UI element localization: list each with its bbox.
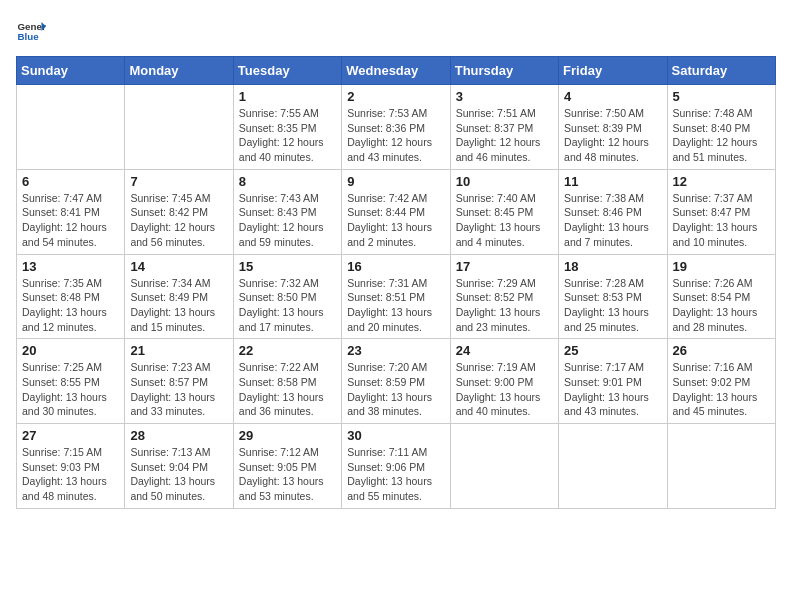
- weekday-header: Wednesday: [342, 57, 450, 85]
- day-number: 25: [564, 343, 661, 358]
- calendar-cell: 28Sunrise: 7:13 AM Sunset: 9:04 PM Dayli…: [125, 424, 233, 509]
- day-number: 20: [22, 343, 119, 358]
- calendar-week-row: 13Sunrise: 7:35 AM Sunset: 8:48 PM Dayli…: [17, 254, 776, 339]
- calendar-cell: 27Sunrise: 7:15 AM Sunset: 9:03 PM Dayli…: [17, 424, 125, 509]
- calendar-cell: 15Sunrise: 7:32 AM Sunset: 8:50 PM Dayli…: [233, 254, 341, 339]
- day-info: Sunrise: 7:22 AM Sunset: 8:58 PM Dayligh…: [239, 360, 336, 419]
- day-number: 2: [347, 89, 444, 104]
- day-info: Sunrise: 7:25 AM Sunset: 8:55 PM Dayligh…: [22, 360, 119, 419]
- calendar-cell: 16Sunrise: 7:31 AM Sunset: 8:51 PM Dayli…: [342, 254, 450, 339]
- calendar-cell: 26Sunrise: 7:16 AM Sunset: 9:02 PM Dayli…: [667, 339, 775, 424]
- calendar-cell: 29Sunrise: 7:12 AM Sunset: 9:05 PM Dayli…: [233, 424, 341, 509]
- calendar-week-row: 20Sunrise: 7:25 AM Sunset: 8:55 PM Dayli…: [17, 339, 776, 424]
- day-number: 23: [347, 343, 444, 358]
- day-info: Sunrise: 7:53 AM Sunset: 8:36 PM Dayligh…: [347, 106, 444, 165]
- day-info: Sunrise: 7:26 AM Sunset: 8:54 PM Dayligh…: [673, 276, 770, 335]
- day-number: 27: [22, 428, 119, 443]
- weekday-header: Tuesday: [233, 57, 341, 85]
- day-info: Sunrise: 7:23 AM Sunset: 8:57 PM Dayligh…: [130, 360, 227, 419]
- day-number: 30: [347, 428, 444, 443]
- calendar-cell: 22Sunrise: 7:22 AM Sunset: 8:58 PM Dayli…: [233, 339, 341, 424]
- day-number: 10: [456, 174, 553, 189]
- day-info: Sunrise: 7:28 AM Sunset: 8:53 PM Dayligh…: [564, 276, 661, 335]
- calendar-week-row: 1Sunrise: 7:55 AM Sunset: 8:35 PM Daylig…: [17, 85, 776, 170]
- calendar-cell: 5Sunrise: 7:48 AM Sunset: 8:40 PM Daylig…: [667, 85, 775, 170]
- day-number: 18: [564, 259, 661, 274]
- day-info: Sunrise: 7:47 AM Sunset: 8:41 PM Dayligh…: [22, 191, 119, 250]
- calendar-cell: 18Sunrise: 7:28 AM Sunset: 8:53 PM Dayli…: [559, 254, 667, 339]
- calendar-cell: 8Sunrise: 7:43 AM Sunset: 8:43 PM Daylig…: [233, 169, 341, 254]
- calendar-cell: 21Sunrise: 7:23 AM Sunset: 8:57 PM Dayli…: [125, 339, 233, 424]
- logo-icon: General Blue: [16, 16, 46, 46]
- day-info: Sunrise: 7:20 AM Sunset: 8:59 PM Dayligh…: [347, 360, 444, 419]
- calendar-cell: 20Sunrise: 7:25 AM Sunset: 8:55 PM Dayli…: [17, 339, 125, 424]
- day-number: 13: [22, 259, 119, 274]
- weekday-header: Saturday: [667, 57, 775, 85]
- day-info: Sunrise: 7:40 AM Sunset: 8:45 PM Dayligh…: [456, 191, 553, 250]
- day-info: Sunrise: 7:34 AM Sunset: 8:49 PM Dayligh…: [130, 276, 227, 335]
- calendar-week-row: 6Sunrise: 7:47 AM Sunset: 8:41 PM Daylig…: [17, 169, 776, 254]
- day-info: Sunrise: 7:38 AM Sunset: 8:46 PM Dayligh…: [564, 191, 661, 250]
- day-info: Sunrise: 7:17 AM Sunset: 9:01 PM Dayligh…: [564, 360, 661, 419]
- calendar-cell: [667, 424, 775, 509]
- day-info: Sunrise: 7:37 AM Sunset: 8:47 PM Dayligh…: [673, 191, 770, 250]
- page-header: General Blue: [16, 16, 776, 46]
- calendar-cell: 3Sunrise: 7:51 AM Sunset: 8:37 PM Daylig…: [450, 85, 558, 170]
- day-number: 26: [673, 343, 770, 358]
- calendar-cell: 2Sunrise: 7:53 AM Sunset: 8:36 PM Daylig…: [342, 85, 450, 170]
- day-info: Sunrise: 7:16 AM Sunset: 9:02 PM Dayligh…: [673, 360, 770, 419]
- day-info: Sunrise: 7:35 AM Sunset: 8:48 PM Dayligh…: [22, 276, 119, 335]
- day-info: Sunrise: 7:11 AM Sunset: 9:06 PM Dayligh…: [347, 445, 444, 504]
- day-number: 6: [22, 174, 119, 189]
- calendar-cell: 7Sunrise: 7:45 AM Sunset: 8:42 PM Daylig…: [125, 169, 233, 254]
- day-number: 5: [673, 89, 770, 104]
- calendar-cell: 17Sunrise: 7:29 AM Sunset: 8:52 PM Dayli…: [450, 254, 558, 339]
- calendar-cell: 24Sunrise: 7:19 AM Sunset: 9:00 PM Dayli…: [450, 339, 558, 424]
- logo: General Blue: [16, 16, 50, 46]
- day-info: Sunrise: 7:51 AM Sunset: 8:37 PM Dayligh…: [456, 106, 553, 165]
- calendar-cell: 9Sunrise: 7:42 AM Sunset: 8:44 PM Daylig…: [342, 169, 450, 254]
- day-number: 11: [564, 174, 661, 189]
- day-number: 8: [239, 174, 336, 189]
- day-info: Sunrise: 7:29 AM Sunset: 8:52 PM Dayligh…: [456, 276, 553, 335]
- calendar-cell: 13Sunrise: 7:35 AM Sunset: 8:48 PM Dayli…: [17, 254, 125, 339]
- calendar-cell: 25Sunrise: 7:17 AM Sunset: 9:01 PM Dayli…: [559, 339, 667, 424]
- calendar-cell: 30Sunrise: 7:11 AM Sunset: 9:06 PM Dayli…: [342, 424, 450, 509]
- calendar-cell: 4Sunrise: 7:50 AM Sunset: 8:39 PM Daylig…: [559, 85, 667, 170]
- calendar-cell: [559, 424, 667, 509]
- day-info: Sunrise: 7:45 AM Sunset: 8:42 PM Dayligh…: [130, 191, 227, 250]
- weekday-header-row: SundayMondayTuesdayWednesdayThursdayFrid…: [17, 57, 776, 85]
- calendar-cell: [125, 85, 233, 170]
- day-info: Sunrise: 7:48 AM Sunset: 8:40 PM Dayligh…: [673, 106, 770, 165]
- day-info: Sunrise: 7:55 AM Sunset: 8:35 PM Dayligh…: [239, 106, 336, 165]
- calendar-cell: 14Sunrise: 7:34 AM Sunset: 8:49 PM Dayli…: [125, 254, 233, 339]
- day-number: 3: [456, 89, 553, 104]
- calendar-cell: [450, 424, 558, 509]
- day-number: 28: [130, 428, 227, 443]
- day-number: 17: [456, 259, 553, 274]
- calendar-cell: 10Sunrise: 7:40 AM Sunset: 8:45 PM Dayli…: [450, 169, 558, 254]
- day-info: Sunrise: 7:31 AM Sunset: 8:51 PM Dayligh…: [347, 276, 444, 335]
- day-number: 7: [130, 174, 227, 189]
- day-number: 19: [673, 259, 770, 274]
- calendar-cell: 11Sunrise: 7:38 AM Sunset: 8:46 PM Dayli…: [559, 169, 667, 254]
- calendar-cell: 23Sunrise: 7:20 AM Sunset: 8:59 PM Dayli…: [342, 339, 450, 424]
- day-info: Sunrise: 7:43 AM Sunset: 8:43 PM Dayligh…: [239, 191, 336, 250]
- day-number: 12: [673, 174, 770, 189]
- weekday-header: Friday: [559, 57, 667, 85]
- day-number: 21: [130, 343, 227, 358]
- calendar-cell: 19Sunrise: 7:26 AM Sunset: 8:54 PM Dayli…: [667, 254, 775, 339]
- day-info: Sunrise: 7:12 AM Sunset: 9:05 PM Dayligh…: [239, 445, 336, 504]
- day-info: Sunrise: 7:19 AM Sunset: 9:00 PM Dayligh…: [456, 360, 553, 419]
- day-number: 1: [239, 89, 336, 104]
- weekday-header: Monday: [125, 57, 233, 85]
- day-number: 15: [239, 259, 336, 274]
- calendar-cell: 1Sunrise: 7:55 AM Sunset: 8:35 PM Daylig…: [233, 85, 341, 170]
- weekday-header: Sunday: [17, 57, 125, 85]
- day-number: 29: [239, 428, 336, 443]
- day-number: 9: [347, 174, 444, 189]
- calendar-cell: 12Sunrise: 7:37 AM Sunset: 8:47 PM Dayli…: [667, 169, 775, 254]
- calendar-table: SundayMondayTuesdayWednesdayThursdayFrid…: [16, 56, 776, 509]
- day-number: 14: [130, 259, 227, 274]
- calendar-week-row: 27Sunrise: 7:15 AM Sunset: 9:03 PM Dayli…: [17, 424, 776, 509]
